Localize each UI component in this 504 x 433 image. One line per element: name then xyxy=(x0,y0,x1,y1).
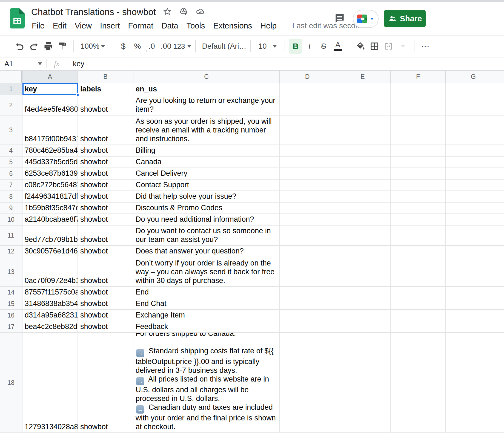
column-header-D[interactable]: D xyxy=(280,71,335,83)
cell-D11[interactable] xyxy=(280,226,335,246)
cell-F5[interactable] xyxy=(391,157,446,168)
cell-D5[interactable] xyxy=(280,157,335,168)
cell-B6[interactable]: showbot xyxy=(78,168,133,180)
cell-F2[interactable] xyxy=(391,95,446,116)
share-button[interactable]: Share xyxy=(384,10,426,27)
cell-C5[interactable]: Canada xyxy=(133,157,280,168)
cell-D3[interactable] xyxy=(280,116,335,145)
select-all-corner[interactable] xyxy=(0,71,22,83)
cell-A5[interactable]: 445d337b5cd5dc xyxy=(22,157,78,168)
fill-color-button[interactable] xyxy=(353,39,367,54)
cell-A2[interactable]: f4ed4ee5fe4980 xyxy=(22,95,78,116)
cell-A10[interactable]: a2140bcabae8f7 xyxy=(22,214,78,226)
text-color-button[interactable]: A xyxy=(331,39,345,54)
row-header-2[interactable]: 2 xyxy=(0,95,22,116)
cell-G7[interactable] xyxy=(446,180,501,191)
cell-D16[interactable] xyxy=(280,310,335,321)
bold-button[interactable]: B xyxy=(289,39,302,54)
column-header-F[interactable]: F xyxy=(391,71,446,83)
cell-E6[interactable] xyxy=(335,168,391,180)
cell-D4[interactable] xyxy=(280,145,335,157)
cell-G15[interactable] xyxy=(446,298,501,310)
cell-G3[interactable] xyxy=(446,116,501,145)
menu-file[interactable]: File xyxy=(31,21,49,30)
row-header-18[interactable]: 18 xyxy=(0,333,22,433)
row-header-14[interactable]: 14 xyxy=(0,287,22,298)
cell-C9[interactable]: Discounts & Promo Codes xyxy=(133,203,280,214)
cell-C15[interactable]: End Chat xyxy=(133,298,280,310)
strikethrough-button[interactable]: S xyxy=(316,39,331,54)
cell-B15[interactable]: showbot xyxy=(78,298,133,310)
cell-B10[interactable]: showbot xyxy=(78,214,133,226)
italic-button[interactable]: I xyxy=(302,39,316,54)
cell-D17[interactable] xyxy=(280,321,335,333)
increase-decimals-button[interactable]: .00→ xyxy=(159,39,173,54)
menu-view[interactable]: View xyxy=(71,21,96,30)
cell-F8[interactable] xyxy=(391,191,446,203)
cell-G9[interactable] xyxy=(446,203,501,214)
more-toolbar-button[interactable]: ⋯ xyxy=(418,39,433,54)
row-header-4[interactable]: 4 xyxy=(0,145,22,157)
cell-B8[interactable]: showbot xyxy=(78,191,133,203)
cell-E13[interactable] xyxy=(335,257,391,287)
cell-F16[interactable] xyxy=(391,310,446,321)
row-header-17[interactable]: 17 xyxy=(0,321,22,333)
cell-G4[interactable] xyxy=(446,145,501,157)
row-header-11[interactable]: 11 xyxy=(0,226,22,246)
cell-E1[interactable] xyxy=(335,83,391,95)
row-header-6[interactable]: 6 xyxy=(0,168,22,180)
meet-call-button[interactable] xyxy=(353,10,379,28)
undo-button[interactable] xyxy=(13,39,27,54)
cell-G2[interactable] xyxy=(446,95,501,116)
cell-E10[interactable] xyxy=(335,214,391,226)
redo-button[interactable] xyxy=(27,39,41,54)
row-header-9[interactable]: 9 xyxy=(0,203,22,214)
cell-G17[interactable] xyxy=(446,321,501,333)
cell-G8[interactable] xyxy=(446,191,501,203)
cell-D12[interactable] xyxy=(280,246,335,257)
cell-A13[interactable]: 0ac70f0972e4b1 xyxy=(22,257,78,287)
cell-D9[interactable] xyxy=(280,203,335,214)
cell-B5[interactable]: showbot xyxy=(78,157,133,168)
cell-G16[interactable] xyxy=(446,310,501,321)
row-header-16[interactable]: 16 xyxy=(0,310,22,321)
fill-handle[interactable] xyxy=(76,93,79,97)
cell-B2[interactable]: showbot xyxy=(78,95,133,116)
cell-A8[interactable]: f24496341817df xyxy=(22,191,78,203)
cell-C11[interactable]: Do you want to contact us so someone in … xyxy=(133,226,280,246)
column-header-C[interactable]: C xyxy=(133,71,280,83)
cell-B13[interactable]: showbot xyxy=(78,257,133,287)
cell-D6[interactable] xyxy=(280,168,335,180)
cell-D18[interactable] xyxy=(280,333,335,433)
cell-F9[interactable] xyxy=(391,203,446,214)
merge-options-button[interactable] xyxy=(396,39,410,54)
cell-A9[interactable]: 1b59b8f35c847c xyxy=(22,203,78,214)
cell-C14[interactable]: End xyxy=(133,287,280,298)
cell-B1[interactable]: labels xyxy=(78,83,133,95)
cell-G14[interactable] xyxy=(446,287,501,298)
cell-G11[interactable] xyxy=(446,226,501,246)
cell-D2[interactable] xyxy=(280,95,335,116)
cell-D15[interactable] xyxy=(280,298,335,310)
cell-E11[interactable] xyxy=(335,226,391,246)
menu-edit[interactable]: Edit xyxy=(49,21,71,30)
cell-F11[interactable] xyxy=(391,226,446,246)
column-header-G[interactable]: G xyxy=(446,71,501,83)
cell-E12[interactable] xyxy=(335,246,391,257)
row-header-5[interactable]: 5 xyxy=(0,157,22,168)
name-box[interactable]: A1 xyxy=(0,60,46,68)
document-title[interactable]: Chatbot Translations - showbot xyxy=(31,7,156,17)
cloud-saved-icon[interactable] xyxy=(195,7,205,17)
cell-F12[interactable] xyxy=(391,246,446,257)
cell-B9[interactable]: showbot xyxy=(78,203,133,214)
cell-D13[interactable] xyxy=(280,257,335,287)
cell-C13[interactable]: Don’t worry if your order is already on … xyxy=(133,257,280,287)
cell-F7[interactable] xyxy=(391,180,446,191)
cell-F14[interactable] xyxy=(391,287,446,298)
borders-button[interactable] xyxy=(367,39,382,54)
cell-C16[interactable]: Exchange Item xyxy=(133,310,280,321)
cell-C17[interactable]: Feedback xyxy=(133,321,280,333)
cell-F10[interactable] xyxy=(391,214,446,226)
cell-D1[interactable] xyxy=(280,83,335,95)
row-header-12[interactable]: 12 xyxy=(0,246,22,257)
